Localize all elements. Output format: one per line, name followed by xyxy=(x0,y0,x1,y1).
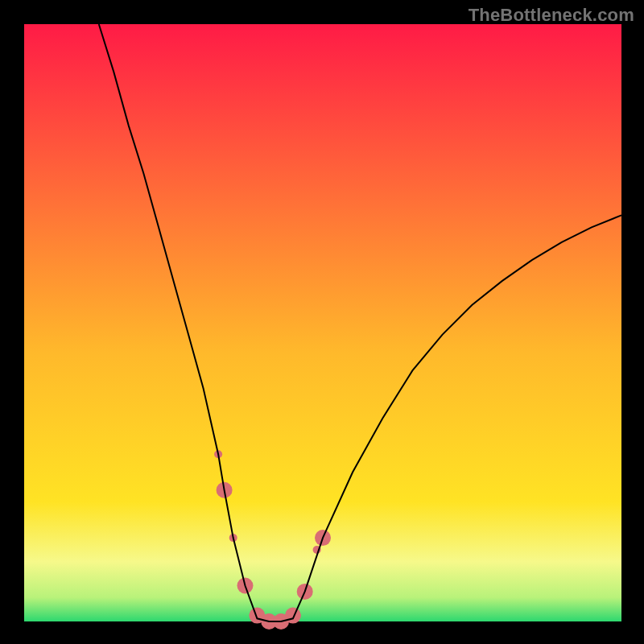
chart-frame: TheBottleneck.com xyxy=(0,0,644,644)
optimum-marker xyxy=(285,608,301,624)
bottleneck-chart xyxy=(0,0,644,644)
